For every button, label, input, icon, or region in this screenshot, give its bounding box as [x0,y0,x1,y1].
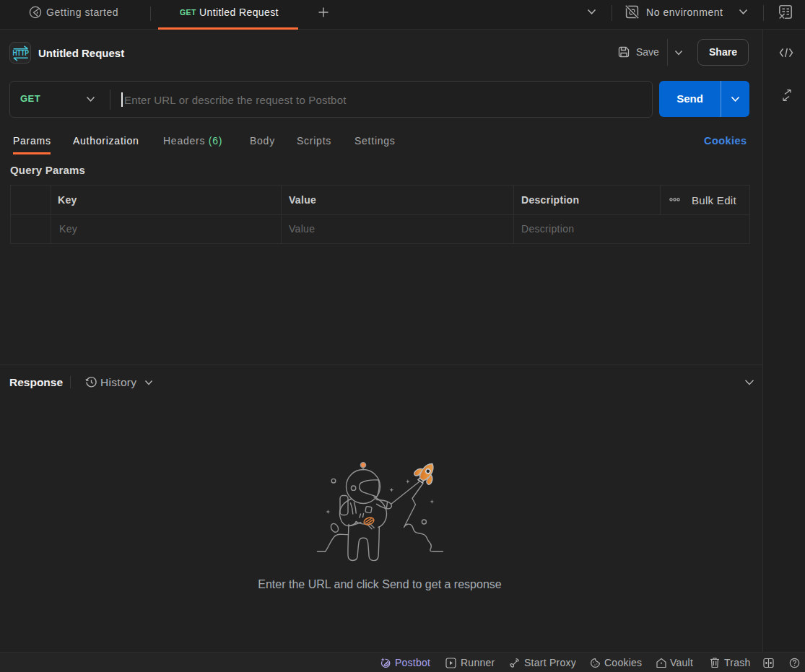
svg-text:HTTP: HTTP [12,48,29,58]
